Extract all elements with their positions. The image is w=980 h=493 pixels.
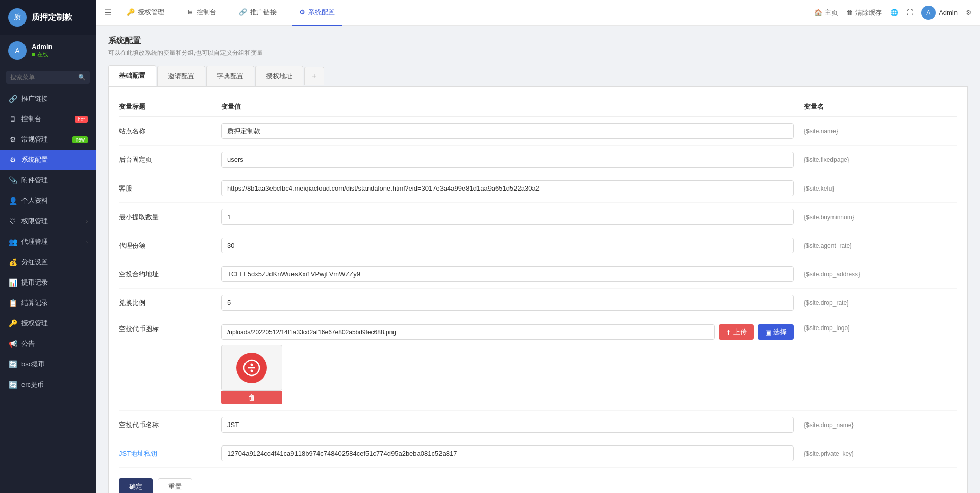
svg-point-3 — [251, 364, 253, 366]
row-value-kefu — [221, 180, 804, 196]
geren-icon: 👤 — [8, 197, 17, 205]
tab-yaoqing[interactable]: 邀请配置 — [157, 66, 205, 86]
table-row: 最小提取数量 {$site.buyminnum} — [119, 203, 957, 231]
home-icon: 🏠 — [814, 9, 822, 16]
settings-icon: ⚙ — [966, 9, 972, 16]
row-label-site-name: 站点名称 — [119, 127, 221, 136]
topnav-user[interactable]: A Admin — [921, 6, 958, 20]
page-title: 系统配置 — [108, 36, 968, 46]
sidebar-item-label: 提币记录 — [21, 278, 88, 287]
user-avatar: A — [8, 41, 27, 60]
row-label-private-key: JST地址私钥 — [119, 449, 221, 458]
main-area: ☰ 🔑 授权管理 🖥 控制台 🔗 推广链接 ⚙ 系统配置 🏠 主页 — [96, 0, 980, 493]
topnav-tab-kongzhi[interactable]: 🖥 控制台 — [180, 0, 224, 26]
sidebar-item-tuiguang[interactable]: 🔗 推广链接 — [0, 88, 96, 109]
input-drop-rate[interactable] — [221, 295, 794, 311]
topnav-tab-label-xitong: 系统配置 — [308, 8, 335, 17]
changgui-icon: ⚙ — [8, 135, 17, 144]
tab-zidian[interactable]: 字典配置 — [206, 66, 254, 86]
topnav-home[interactable]: 🏠 主页 — [814, 8, 838, 17]
sidebar-item-kongzhi[interactable]: 🖥 控制台 hot — [0, 109, 96, 129]
header-value: 变量值 — [221, 102, 804, 111]
tibi-icon: 📊 — [8, 278, 17, 287]
upload-button[interactable]: ⬆ 上传 — [719, 324, 754, 340]
sidebar-item-tibi[interactable]: 📊 提币记录 — [0, 272, 96, 293]
table-row: 空投合约地址 {$site.drop_address} — [119, 260, 957, 289]
content-area: 系统配置 可以在此填改系统的变量和分组,也可以自定义分组和变量 基础配置 邀请配… — [96, 26, 980, 493]
daili-icon: 👥 — [8, 238, 17, 246]
fenhong-icon: 💰 — [8, 258, 17, 266]
row-label-drop-rate: 兑换比例 — [119, 298, 221, 308]
topnav-settings[interactable]: ⚙ — [966, 9, 972, 16]
online-status: 在线 — [32, 51, 52, 58]
sidebar-item-fenhong[interactable]: 💰 分红设置 — [0, 252, 96, 272]
topnav-tab-tuiguang[interactable]: 🔗 推广链接 — [232, 0, 284, 26]
svg-point-4 — [251, 370, 253, 372]
input-private-key[interactable] — [221, 445, 794, 461]
topnav-tab-label-kongzhi: 控制台 — [197, 8, 216, 17]
sidebar-item-jiesuan[interactable]: 📋 结算记录 — [0, 293, 96, 313]
row-value-agent-rate — [221, 238, 804, 253]
input-kefu[interactable] — [221, 180, 794, 196]
sidebar-item-xitong[interactable]: ⚙ 系统配置 — [0, 150, 96, 170]
input-drop-name[interactable] — [221, 417, 794, 433]
varname-kefu: {$site.kefu} — [804, 185, 957, 192]
sidebar-item-fujian[interactable]: 📎 附件管理 — [0, 170, 96, 191]
tab-icon-shouquan: 🔑 — [127, 8, 135, 16]
tab-add[interactable]: + — [304, 67, 324, 85]
sidebar-item-erctibi[interactable]: 🔄 erc提币 — [0, 374, 96, 395]
topnav-clear-cache[interactable]: 🗑 清除缓存 — [846, 8, 882, 17]
reset-button[interactable]: 重置 — [158, 478, 192, 493]
menu-toggle-icon[interactable]: ☰ — [104, 8, 111, 17]
row-value-drop-address — [221, 266, 804, 282]
row-label-fixed-page: 后台固定页 — [119, 155, 221, 165]
sidebar-item-label: 权限管理 — [21, 217, 82, 226]
image-delete-button[interactable]: 🗑 — [221, 391, 282, 404]
clear-cache-label: 清除缓存 — [855, 8, 882, 17]
tab-jichu[interactable]: 基础配置 — [108, 65, 156, 86]
sidebar-item-daili[interactable]: 👥 代理管理 › — [0, 231, 96, 252]
sidebar-item-geren[interactable]: 👤 个人资料 — [0, 191, 96, 211]
topnav-tab-xitong[interactable]: ⚙ 系统配置 — [292, 0, 342, 26]
badge-hot: hot — [75, 116, 88, 123]
sidebar-item-shouquan[interactable]: 🔑 授权管理 — [0, 313, 96, 334]
sidebar-logo: 质 质押定制款 — [0, 0, 96, 35]
search-input[interactable] — [6, 71, 90, 84]
upload-path-input[interactable] — [221, 324, 715, 340]
row-value-site-name — [221, 123, 804, 139]
gonggao-icon: 📢 — [8, 340, 17, 348]
topnav-lang[interactable]: 🌐 — [890, 9, 898, 16]
topnav-tab-shouquan[interactable]: 🔑 授权管理 — [119, 0, 172, 26]
input-agent-rate[interactable] — [221, 238, 794, 253]
sidebar-item-quanxian[interactable]: 🛡 权限管理 › — [0, 211, 96, 231]
sidebar-item-label: 个人资料 — [21, 196, 88, 205]
sidebar-item-bsctibi[interactable]: 🔄 bsc提币 — [0, 354, 96, 374]
topnav-left: ☰ 🔑 授权管理 🖥 控制台 🔗 推广链接 ⚙ 系统配置 — [104, 0, 814, 26]
row-value-drop-name — [221, 417, 804, 433]
input-buy-minnum[interactable] — [221, 209, 794, 225]
topnav-tab-label-tuiguang: 推广链接 — [250, 8, 277, 17]
user-name: Admin — [32, 43, 52, 51]
jiesuan-icon: 📋 — [8, 299, 17, 307]
tab-shouquan[interactable]: 授权地址 — [255, 66, 303, 86]
select-icon: ▣ — [765, 328, 771, 336]
sidebar-item-gonggao[interactable]: 📢 公告 — [0, 334, 96, 354]
online-label: 在线 — [37, 51, 48, 58]
input-fixed-page[interactable] — [221, 152, 794, 168]
sidebar-item-changgui[interactable]: ⚙ 常规管理 new — [0, 129, 96, 150]
input-drop-address[interactable] — [221, 266, 794, 282]
sidebar-user: A Admin 在线 — [0, 35, 96, 66]
row-value-fixed-page — [221, 152, 804, 168]
confirm-button[interactable]: 确定 — [119, 478, 153, 493]
badge-new: new — [72, 136, 88, 143]
input-site-name[interactable] — [221, 123, 794, 139]
select-button[interactable]: ▣ 选择 — [758, 324, 794, 340]
online-indicator — [32, 53, 35, 56]
sidebar-item-label: 推广链接 — [21, 94, 88, 103]
row-value-private-key — [221, 445, 804, 461]
topnav-fullscreen[interactable]: ⛶ — [906, 9, 913, 16]
topnav-right: 🏠 主页 🗑 清除缓存 🌐 ⛶ A Admin ⚙ — [814, 6, 972, 20]
image-preview-wrap: 🗑 — [221, 345, 282, 404]
quanxian-icon: 🛡 — [8, 217, 17, 225]
search-icon: 🔍 — [78, 74, 86, 81]
